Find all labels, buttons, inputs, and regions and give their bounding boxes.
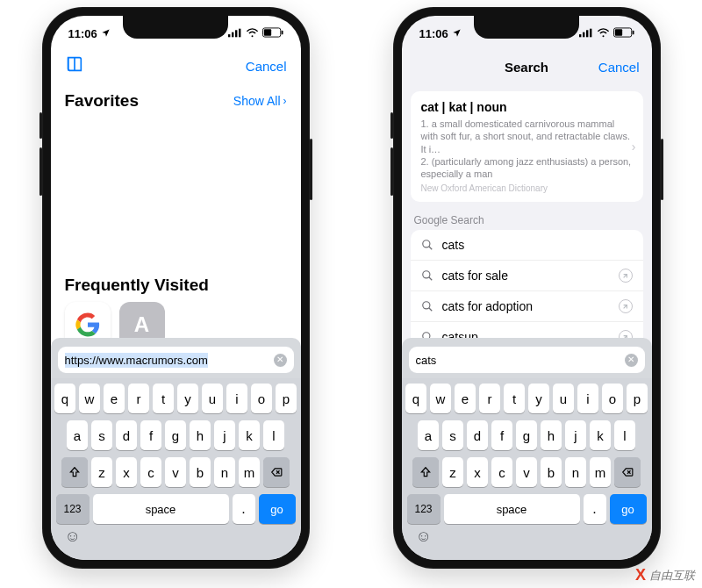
emoji-icon[interactable]: ☺ xyxy=(65,527,81,546)
key-n[interactable]: n xyxy=(214,457,235,487)
show-all-label: Show All xyxy=(233,94,281,108)
arrow-fill-icon[interactable] xyxy=(619,299,633,313)
key-o[interactable]: o xyxy=(251,384,272,413)
svg-rect-0 xyxy=(228,34,230,37)
arrow-fill-icon[interactable] xyxy=(619,269,633,283)
key-s[interactable]: s xyxy=(91,420,112,450)
key-h[interactable]: h xyxy=(541,420,562,450)
key-b[interactable]: b xyxy=(541,457,562,487)
suggestion-item[interactable]: cats xyxy=(411,230,643,261)
key-s[interactable]: s xyxy=(442,420,463,450)
key-p[interactable]: p xyxy=(627,384,648,413)
dictionary-card[interactable]: cat | kat | noun 1. a small domesticated… xyxy=(411,91,643,202)
key-r[interactable]: r xyxy=(479,384,500,413)
cancel-button[interactable]: Cancel xyxy=(246,59,287,74)
dot-key[interactable]: . xyxy=(584,494,606,524)
key-t[interactable]: t xyxy=(153,384,174,413)
suggestion-item[interactable]: cats for sale xyxy=(411,261,643,291)
space-key[interactable]: space xyxy=(93,494,229,524)
key-g[interactable]: g xyxy=(165,420,186,450)
keyboard-zone-left: https://www.macrumors.com ✕ qwertyuiop a… xyxy=(51,338,301,560)
go-key[interactable]: go xyxy=(259,494,296,524)
address-text: https://www.macrumors.com xyxy=(65,353,208,368)
key-u[interactable]: u xyxy=(202,384,223,413)
shift-key[interactable] xyxy=(412,457,439,487)
key-a[interactable]: a xyxy=(67,420,88,450)
cellular-icon xyxy=(228,27,242,40)
key-m[interactable]: m xyxy=(590,457,611,487)
key-w[interactable]: w xyxy=(79,384,100,413)
address-bar-wrap: https://www.macrumors.com ✕ xyxy=(51,338,301,378)
key-g[interactable]: g xyxy=(516,420,537,450)
key-u[interactable]: u xyxy=(553,384,574,413)
key-q[interactable]: q xyxy=(405,384,426,413)
key-b[interactable]: b xyxy=(190,457,211,487)
suggestion-text: cats xyxy=(442,238,465,252)
search-icon xyxy=(421,239,433,251)
svg-rect-9 xyxy=(583,32,584,37)
key-v[interactable]: v xyxy=(516,457,537,487)
go-key[interactable]: go xyxy=(610,494,647,524)
key-d[interactable]: d xyxy=(467,420,488,450)
svg-rect-14 xyxy=(614,29,621,35)
svg-rect-15 xyxy=(632,30,634,34)
key-f[interactable]: f xyxy=(491,420,512,450)
svg-rect-3 xyxy=(239,28,240,37)
bookmarks-icon[interactable] xyxy=(65,54,84,77)
num-key[interactable]: 123 xyxy=(407,494,441,524)
shift-key[interactable] xyxy=(61,457,88,487)
show-all-button[interactable]: Show All › xyxy=(233,94,287,108)
backspace-key[interactable] xyxy=(614,457,641,487)
svg-rect-1 xyxy=(232,32,233,37)
suggestion-item[interactable]: cats for adoption xyxy=(411,291,643,322)
dot-key[interactable]: . xyxy=(233,494,255,524)
key-q[interactable]: q xyxy=(54,384,75,413)
key-l[interactable]: l xyxy=(263,420,284,450)
num-key[interactable]: 123 xyxy=(56,494,90,524)
clear-text-icon[interactable]: ✕ xyxy=(274,354,287,367)
key-t[interactable]: t xyxy=(504,384,525,413)
key-h[interactable]: h xyxy=(190,420,211,450)
address-bar[interactable]: https://www.macrumors.com ✕ xyxy=(58,347,294,373)
key-i[interactable]: i xyxy=(577,384,598,413)
emoji-icon[interactable]: ☺ xyxy=(416,527,432,546)
key-k[interactable]: k xyxy=(590,420,611,450)
key-z[interactable]: z xyxy=(91,457,112,487)
key-f[interactable]: f xyxy=(140,420,161,450)
key-z[interactable]: z xyxy=(442,457,463,487)
key-o[interactable]: o xyxy=(602,384,623,413)
cancel-button[interactable]: Cancel xyxy=(598,60,640,75)
key-x[interactable]: x xyxy=(467,457,488,487)
backspace-key[interactable] xyxy=(263,457,290,487)
key-y[interactable]: y xyxy=(177,384,198,413)
watermark-text: 自由互联 xyxy=(649,568,695,584)
keyboard: qwertyuiop asdfghjkl zxcvbnm 123 space .… xyxy=(51,378,301,560)
key-m[interactable]: m xyxy=(239,457,260,487)
key-w[interactable]: w xyxy=(430,384,451,413)
key-d[interactable]: d xyxy=(116,420,137,450)
key-k[interactable]: k xyxy=(239,420,260,450)
svg-rect-7 xyxy=(281,30,283,34)
key-l[interactable]: l xyxy=(614,420,635,450)
key-a[interactable]: a xyxy=(418,420,439,450)
key-c[interactable]: c xyxy=(491,457,512,487)
notch xyxy=(123,16,228,39)
key-v[interactable]: v xyxy=(165,457,186,487)
key-x[interactable]: x xyxy=(116,457,137,487)
svg-rect-2 xyxy=(235,30,237,37)
key-r[interactable]: r xyxy=(128,384,149,413)
key-e[interactable]: e xyxy=(455,384,476,413)
space-key[interactable]: space xyxy=(444,494,580,524)
key-j[interactable]: j xyxy=(565,420,586,450)
key-e[interactable]: e xyxy=(104,384,125,413)
key-p[interactable]: p xyxy=(276,384,297,413)
key-i[interactable]: i xyxy=(226,384,247,413)
search-bar[interactable]: cats ✕ xyxy=(409,347,645,373)
key-y[interactable]: y xyxy=(528,384,549,413)
search-bar-wrap: cats ✕ xyxy=(402,338,652,378)
key-c[interactable]: c xyxy=(140,457,161,487)
key-n[interactable]: n xyxy=(565,457,586,487)
clear-text-icon[interactable]: ✕ xyxy=(625,354,638,367)
location-arrow-icon xyxy=(452,27,462,40)
key-j[interactable]: j xyxy=(214,420,235,450)
